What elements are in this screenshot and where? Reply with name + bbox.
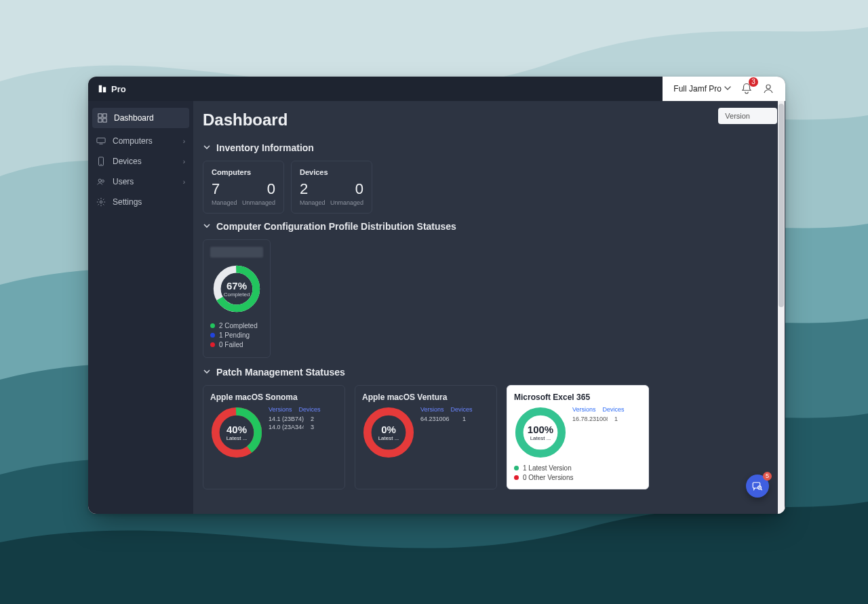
section-patch-header[interactable]: Patch Management Statuses	[203, 366, 776, 378]
topbar-right: Full Jamf Pro 3	[663, 77, 785, 101]
sidebar-item-computers[interactable]: Computers ›	[88, 131, 193, 151]
section-config-header[interactable]: Computer Configuration Profile Distribut…	[203, 220, 776, 233]
patch-title: Apple macOS Ventura	[362, 392, 490, 402]
legend-dot-other	[514, 475, 519, 480]
patch-donut: 0% Latest ...	[362, 406, 415, 459]
dashboard-icon	[98, 113, 107, 123]
unmanaged-label: Unmanaged	[330, 199, 363, 206]
legend-dot-completed	[210, 323, 215, 328]
managed-label: Managed	[300, 199, 326, 206]
notifications-button[interactable]: 3	[741, 83, 753, 95]
patch-card-sonoma[interactable]: Apple macOS Sonoma 40% Lates	[203, 385, 345, 489]
completion-legend: 2 Completed 1 Pending 0 Failed	[210, 320, 258, 350]
completion-donut: 67% Completed	[212, 264, 261, 313]
profile-name-redacted	[210, 247, 263, 258]
svg-point-13	[100, 201, 102, 203]
svg-point-11	[98, 179, 101, 182]
patch-card-ventura[interactable]: Apple macOS Ventura 0% Latest ...	[355, 385, 497, 489]
patch-donut: 40% Latest ...	[210, 406, 263, 459]
version-pill: Version	[718, 108, 777, 124]
inventory-card-computers[interactable]: Computers 7 0 Managed Unmanaged	[203, 161, 284, 214]
inventory-cards: Computers 7 0 Managed Unmanaged Devices	[203, 161, 776, 214]
chevron-right-icon: ›	[183, 158, 185, 165]
users-icon	[96, 177, 106, 186]
chevron-right-icon: ›	[183, 138, 185, 145]
section-title: Inventory Information	[216, 142, 314, 153]
topbar: Pro Full Jamf Pro 3	[88, 77, 785, 101]
legend-dot-pending	[210, 333, 215, 338]
sidebar-item-dashboard[interactable]: Dashboard	[92, 108, 189, 128]
sidebar-item-settings[interactable]: Settings	[88, 192, 193, 212]
section-inventory-header[interactable]: Inventory Information	[203, 142, 776, 154]
patch-title: Microsoft Excel 365	[514, 392, 642, 402]
legend-dot-latest	[514, 466, 519, 470]
patch-percent: 0%	[381, 424, 396, 435]
chevron-down-icon	[203, 366, 211, 378]
svg-rect-6	[98, 119, 102, 122]
unmanaged-count: 0	[355, 180, 363, 198]
svg-point-12	[102, 180, 104, 182]
version-cell: 16.78.231008	[572, 416, 608, 422]
svg-rect-23	[753, 483, 760, 488]
org-switcher[interactable]: Full Jamf Pro	[673, 84, 731, 94]
completion-percent: 67%	[226, 280, 247, 291]
svg-rect-4	[98, 114, 102, 117]
scrollbar[interactable]	[778, 101, 785, 514]
patch-legend: 1 Latest Version 0 Other Versions	[514, 464, 642, 481]
page-title: Dashboard	[203, 110, 776, 129]
brand-name: Pro	[111, 84, 126, 94]
notification-badge: 3	[749, 77, 758, 87]
help-chat-fab[interactable]: 5	[746, 475, 769, 498]
sidebar-item-label: Dashboard	[114, 113, 154, 123]
legend-text: 1 Pending	[219, 331, 250, 339]
gear-icon	[96, 197, 106, 207]
devices-cell: 1	[614, 416, 618, 422]
scrollbar-thumb[interactable]	[778, 104, 784, 307]
svg-point-3	[766, 85, 770, 89]
patch-sublabel: Latest ...	[378, 435, 399, 441]
col-devices: Devices	[603, 406, 625, 413]
chevron-down-icon	[203, 220, 211, 233]
svg-rect-5	[103, 114, 106, 117]
card-title: Computers	[212, 168, 275, 176]
section-title: Patch Management Statuses	[216, 367, 345, 378]
config-profile-card[interactable]: 67% Completed 2 Completed 1 Pending 0 Fa…	[203, 239, 271, 358]
col-versions: Versions	[420, 406, 444, 413]
sidebar-item-users[interactable]: Users ›	[88, 172, 193, 192]
svg-rect-2	[103, 87, 106, 92]
legend-dot-failed	[210, 342, 215, 347]
patch-sublabel: Latest ...	[530, 435, 551, 441]
account-button[interactable]	[762, 83, 774, 95]
patch-sublabel: Latest ...	[226, 435, 248, 441]
version-label: Version	[725, 112, 750, 120]
version-cell: 14.0 (23A344)	[269, 424, 304, 430]
patch-cards: Apple macOS Sonoma 40% Lates	[203, 385, 776, 489]
patch-card-excel[interactable]: Microsoft Excel 365 100% Latest ...	[507, 385, 649, 489]
chevron-right-icon: ›	[183, 178, 185, 186]
svg-point-10	[100, 164, 101, 165]
user-icon	[762, 83, 774, 95]
sidebar-item-label: Computers	[113, 136, 153, 146]
computer-icon	[96, 136, 106, 146]
unmanaged-label: Unmanaged	[242, 199, 275, 206]
sidebar: Dashboard Computers › Devices › Users › …	[88, 101, 193, 514]
devices-cell: 1	[462, 416, 466, 422]
devices-cell: 2	[311, 416, 314, 422]
version-cell: 64.231006	[420, 416, 456, 422]
col-versions: Versions	[269, 406, 292, 413]
devices-cell: 3	[311, 424, 314, 430]
col-devices: Devices	[451, 406, 473, 413]
sidebar-item-label: Settings	[113, 197, 142, 207]
svg-rect-1	[99, 85, 102, 93]
patch-donut: 100% Latest ...	[514, 406, 567, 459]
sidebar-item-devices[interactable]: Devices ›	[88, 151, 193, 172]
sidebar-item-label: Users	[113, 177, 134, 186]
managed-count: 2	[300, 180, 308, 198]
patch-title: Apple macOS Sonoma	[210, 392, 338, 402]
patch-versions-table: VersionsDevices 64.2310061	[420, 406, 473, 459]
chat-search-icon	[751, 480, 764, 492]
legend-text: 0 Other Versions	[523, 474, 573, 481]
inventory-card-devices[interactable]: Devices 2 0 Managed Unmanaged	[291, 161, 372, 214]
fab-badge: 5	[763, 472, 772, 481]
version-cell: 14.1 (23B74)	[269, 416, 304, 422]
